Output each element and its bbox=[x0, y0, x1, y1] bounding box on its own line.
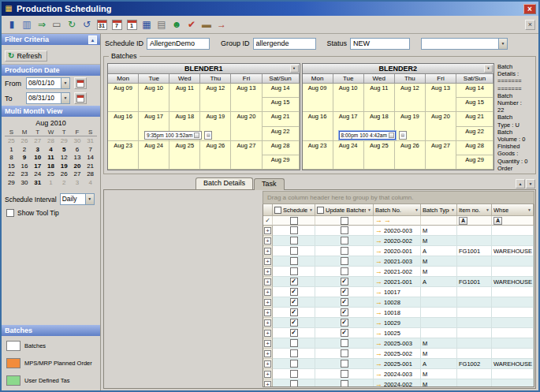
scheduled-cell[interactable] bbox=[273, 349, 315, 359]
blender-weekend-cell[interactable]: Aug 21Aug 22 bbox=[456, 112, 493, 140]
scheduled-checkbox[interactable] bbox=[290, 349, 298, 357]
blender-day-cell[interactable]: Aug 11 bbox=[364, 84, 395, 112]
blender-day-cell[interactable]: Aug 10 bbox=[139, 84, 169, 112]
blender-day-cell[interactable]: Aug 27 bbox=[231, 141, 262, 170]
mini-cal-day[interactable]: 27 bbox=[31, 137, 44, 146]
blender-day-cell[interactable]: Aug 23 bbox=[108, 141, 139, 170]
update-checkbox[interactable]: ✓ bbox=[341, 278, 348, 286]
toolbar-close-button[interactable]: × bbox=[525, 20, 535, 30]
filter-scheduled-cell[interactable] bbox=[273, 216, 315, 226]
blender-day-cell[interactable]: Aug 24 bbox=[139, 141, 169, 170]
mini-cal-day[interactable]: 8 bbox=[5, 154, 18, 162]
mini-cal-day[interactable]: 19 bbox=[58, 162, 71, 171]
filter-batchno-cell[interactable]: →→ bbox=[374, 216, 421, 226]
scheduled-checkbox[interactable] bbox=[290, 370, 298, 378]
scheduled-cell[interactable] bbox=[273, 359, 315, 369]
mini-cal-day[interactable]: 17 bbox=[31, 162, 44, 171]
users-icon[interactable]: ☻ bbox=[169, 17, 184, 32]
blender-weekend-cell[interactable]: Aug 28Aug 29 bbox=[263, 141, 300, 170]
from-date-combo[interactable]: 08/01/10 ▼ bbox=[26, 77, 70, 89]
scheduled-checkbox[interactable]: ✓ bbox=[290, 329, 298, 337]
update-cell[interactable] bbox=[315, 379, 374, 386]
scheduled-cell[interactable]: ✓ bbox=[273, 287, 315, 297]
blender-day-cell[interactable]: Aug 16 bbox=[108, 112, 139, 140]
blender-day-cell[interactable]: Aug 26 bbox=[395, 141, 426, 170]
mini-cal-day[interactable]: 14 bbox=[84, 154, 97, 162]
column-header-scheduled[interactable]: Scheduled▼ bbox=[273, 204, 315, 216]
calendar-month-icon[interactable]: 31 bbox=[95, 17, 109, 32]
mini-cal-day[interactable]: 6 bbox=[71, 146, 84, 155]
scheduled-cell[interactable] bbox=[273, 369, 315, 379]
scheduled-cell[interactable] bbox=[273, 256, 315, 267]
mini-cal-day[interactable]: 23 bbox=[18, 170, 32, 179]
update-checkbox[interactable]: ✓ bbox=[341, 329, 348, 337]
expand-button[interactable]: + bbox=[264, 258, 271, 265]
scheduled-cell[interactable] bbox=[273, 338, 315, 349]
blender-day-cell[interactable]: Aug 24 bbox=[333, 141, 364, 170]
export-icon[interactable]: ⇒ bbox=[35, 17, 49, 32]
update-cell[interactable]: ✓ bbox=[315, 328, 374, 338]
column-dropdown-icon[interactable]: ▼ bbox=[527, 207, 531, 212]
mini-cal-day[interactable]: 5 bbox=[58, 146, 71, 155]
scheduled-checkbox[interactable] bbox=[290, 380, 298, 386]
expand-button[interactable]: + bbox=[264, 360, 271, 368]
tab-batch-details[interactable]: Batch Details bbox=[196, 177, 253, 189]
blender-day-cell[interactable]: Aug 23 bbox=[303, 141, 333, 170]
window-layout-icon[interactable]: ▥ bbox=[20, 17, 34, 32]
grid-view-icon[interactable]: ▦ bbox=[140, 17, 154, 32]
mini-cal-day[interactable]: 10 bbox=[31, 154, 44, 162]
exit-icon[interactable]: → bbox=[214, 17, 229, 32]
mini-cal-day[interactable]: 25 bbox=[44, 170, 58, 179]
update-checkbox[interactable] bbox=[341, 339, 348, 347]
calendar-week-icon[interactable]: 7 bbox=[110, 17, 124, 32]
table-row[interactable]: +→20025-003M bbox=[263, 338, 534, 349]
scheduled-checkbox[interactable]: ✓ bbox=[290, 319, 298, 327]
mini-cal-day[interactable]: 12 bbox=[58, 154, 71, 162]
column-dropdown-icon[interactable]: ▼ bbox=[309, 207, 313, 212]
collapse-button[interactable]: ▲ bbox=[88, 35, 97, 44]
column-dropdown-icon[interactable]: ▼ bbox=[415, 207, 419, 212]
table-row[interactable]: +✓✓→20021-001AFG1001WAREHOUSE bbox=[263, 277, 534, 287]
expand-button[interactable]: + bbox=[264, 227, 271, 234]
expand-button[interactable]: + bbox=[264, 319, 271, 327]
update-cell[interactable] bbox=[315, 369, 374, 379]
tasks-icon[interactable]: ✔ bbox=[184, 17, 199, 32]
table-row[interactable]: +→20025-002M bbox=[263, 349, 534, 359]
filter-item-cell[interactable]: A bbox=[457, 216, 492, 226]
mini-cal-day[interactable]: 4 bbox=[44, 146, 58, 155]
update-cell[interactable]: ✓ bbox=[315, 287, 374, 297]
pane-scroll-up[interactable]: ▲ bbox=[516, 179, 525, 189]
update-checkbox[interactable] bbox=[341, 226, 348, 234]
filter-update-cell[interactable] bbox=[315, 216, 374, 226]
batch-event[interactable]: 9:35pm1003:52am bbox=[144, 131, 202, 140]
mini-cal-day[interactable]: 24 bbox=[31, 170, 44, 179]
blender-dropdown-button[interactable]: ▼ bbox=[484, 65, 493, 73]
table-row[interactable]: +✓✓→10028 bbox=[263, 297, 534, 308]
column-header-whse[interactable]: Whse▼ bbox=[492, 204, 534, 216]
event-side-icon[interactable]: ▤ bbox=[204, 131, 212, 140]
save-icon[interactable]: ▮ bbox=[5, 17, 19, 32]
expand-button[interactable]: + bbox=[264, 237, 271, 245]
header-checkbox[interactable] bbox=[317, 207, 324, 214]
calendar-day-icon[interactable]: 1 bbox=[125, 17, 139, 32]
print-icon[interactable]: ▭ bbox=[50, 17, 64, 32]
show-tooltip-checkbox[interactable] bbox=[6, 209, 14, 217]
scheduled-checkbox[interactable]: ✓ bbox=[290, 288, 298, 296]
expand-button[interactable]: + bbox=[264, 278, 271, 286]
expand-button[interactable]: + bbox=[264, 309, 271, 316]
mini-cal-day[interactable]: 2 bbox=[18, 146, 32, 155]
expand-button[interactable]: + bbox=[264, 381, 271, 387]
to-calendar-button[interactable] bbox=[74, 92, 87, 104]
blender-day-cell[interactable]: Aug 26 bbox=[200, 141, 231, 170]
table-row[interactable]: +→20024-002M bbox=[263, 379, 534, 386]
table-row[interactable]: +✓✓→10018 bbox=[263, 308, 534, 318]
to-date-combo[interactable]: 08/31/10 ▼ bbox=[26, 92, 70, 104]
expand-button[interactable]: + bbox=[264, 350, 271, 357]
expand-button[interactable]: + bbox=[264, 330, 271, 337]
update-cell[interactable] bbox=[315, 246, 374, 256]
group-id-input[interactable] bbox=[253, 38, 316, 50]
expand-button[interactable]: + bbox=[264, 371, 271, 378]
column-dropdown-icon[interactable]: ▼ bbox=[486, 207, 490, 212]
scheduled-cell[interactable] bbox=[273, 267, 315, 277]
mini-cal-day[interactable]: 13 bbox=[71, 154, 84, 162]
